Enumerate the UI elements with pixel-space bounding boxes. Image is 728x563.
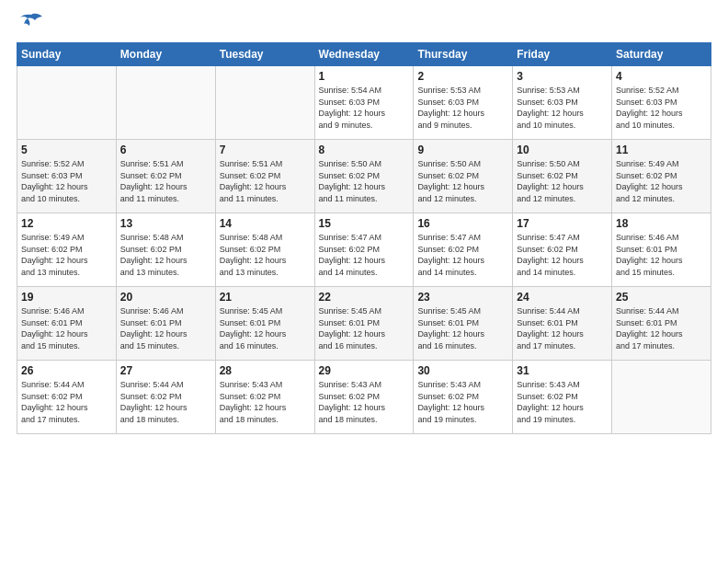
weekday-header-sunday: Sunday — [17, 43, 117, 66]
day-info: Sunrise: 5:53 AM Sunset: 6:03 PM Dayligh… — [417, 85, 508, 131]
calendar-cell: 12Sunrise: 5:49 AM Sunset: 6:02 PM Dayli… — [17, 213, 117, 287]
day-info: Sunrise: 5:48 AM Sunset: 6:02 PM Dayligh… — [220, 232, 311, 278]
calendar-cell: 25Sunrise: 5:44 AM Sunset: 6:01 PM Dayli… — [612, 287, 711, 361]
day-info: Sunrise: 5:47 AM Sunset: 6:02 PM Dayligh… — [319, 232, 410, 278]
day-info: Sunrise: 5:43 AM Sunset: 6:02 PM Dayligh… — [220, 379, 311, 425]
week-row-5: 26Sunrise: 5:44 AM Sunset: 6:02 PM Dayli… — [17, 361, 711, 434]
day-info: Sunrise: 5:52 AM Sunset: 6:03 PM Dayligh… — [21, 158, 112, 204]
calendar-cell: 5Sunrise: 5:52 AM Sunset: 6:03 PM Daylig… — [17, 140, 117, 213]
day-number: 1 — [319, 70, 410, 83]
day-number: 18 — [616, 217, 707, 230]
day-info: Sunrise: 5:54 AM Sunset: 6:03 PM Dayligh… — [319, 85, 410, 131]
calendar-cell — [215, 66, 314, 140]
week-row-3: 12Sunrise: 5:49 AM Sunset: 6:02 PM Dayli… — [17, 213, 711, 287]
day-number: 20 — [120, 291, 211, 304]
weekday-header-thursday: Thursday — [414, 43, 513, 66]
calendar-cell: 16Sunrise: 5:47 AM Sunset: 6:02 PM Dayli… — [414, 213, 513, 287]
calendar-cell: 29Sunrise: 5:43 AM Sunset: 6:02 PM Dayli… — [314, 361, 414, 434]
day-info: Sunrise: 5:50 AM Sunset: 6:02 PM Dayligh… — [417, 158, 508, 204]
day-info: Sunrise: 5:47 AM Sunset: 6:02 PM Dayligh… — [517, 232, 608, 278]
calendar-cell: 11Sunrise: 5:49 AM Sunset: 6:02 PM Dayli… — [612, 140, 711, 213]
calendar-cell: 23Sunrise: 5:45 AM Sunset: 6:01 PM Dayli… — [414, 287, 513, 361]
calendar-cell: 18Sunrise: 5:46 AM Sunset: 6:01 PM Dayli… — [612, 213, 711, 287]
day-info: Sunrise: 5:43 AM Sunset: 6:02 PM Dayligh… — [517, 379, 608, 425]
day-number: 19 — [21, 291, 112, 304]
calendar-cell: 6Sunrise: 5:51 AM Sunset: 6:02 PM Daylig… — [116, 140, 215, 213]
calendar-page: SundayMondayTuesdayWednesdayThursdayFrid… — [0, 0, 728, 563]
calendar-cell: 24Sunrise: 5:44 AM Sunset: 6:01 PM Dayli… — [513, 287, 612, 361]
calendar-cell: 9Sunrise: 5:50 AM Sunset: 6:02 PM Daylig… — [414, 140, 513, 213]
weekday-header-saturday: Saturday — [612, 43, 711, 66]
day-number: 25 — [616, 291, 707, 304]
day-number: 26 — [21, 364, 112, 377]
day-number: 27 — [120, 364, 211, 377]
calendar-cell — [116, 66, 215, 140]
day-info: Sunrise: 5:51 AM Sunset: 6:02 PM Dayligh… — [120, 158, 211, 204]
day-number: 10 — [517, 144, 608, 156]
day-number: 31 — [517, 364, 608, 377]
day-info: Sunrise: 5:51 AM Sunset: 6:02 PM Dayligh… — [220, 158, 311, 204]
day-info: Sunrise: 5:50 AM Sunset: 6:02 PM Dayligh… — [517, 158, 608, 204]
day-number: 30 — [417, 364, 508, 377]
calendar-cell: 30Sunrise: 5:43 AM Sunset: 6:02 PM Dayli… — [414, 361, 513, 434]
calendar-cell: 22Sunrise: 5:45 AM Sunset: 6:01 PM Dayli… — [314, 287, 414, 361]
logo — [17, 17, 44, 33]
day-info: Sunrise: 5:49 AM Sunset: 6:02 PM Dayligh… — [616, 158, 707, 204]
day-info: Sunrise: 5:46 AM Sunset: 6:01 PM Dayligh… — [616, 232, 707, 278]
calendar-cell: 2Sunrise: 5:53 AM Sunset: 6:03 PM Daylig… — [414, 66, 513, 140]
day-info: Sunrise: 5:44 AM Sunset: 6:01 PM Dayligh… — [517, 305, 608, 351]
calendar-cell: 19Sunrise: 5:46 AM Sunset: 6:01 PM Dayli… — [17, 287, 117, 361]
calendar-cell: 31Sunrise: 5:43 AM Sunset: 6:02 PM Dayli… — [513, 361, 612, 434]
calendar-cell — [612, 361, 711, 434]
day-number: 2 — [417, 70, 508, 83]
day-number: 5 — [21, 144, 112, 156]
weekday-header-wednesday: Wednesday — [314, 43, 414, 66]
calendar-cell: 28Sunrise: 5:43 AM Sunset: 6:02 PM Dayli… — [215, 361, 314, 434]
calendar-cell: 21Sunrise: 5:45 AM Sunset: 6:01 PM Dayli… — [215, 287, 314, 361]
day-number: 23 — [417, 291, 508, 304]
calendar-table: SundayMondayTuesdayWednesdayThursdayFrid… — [17, 42, 711, 434]
calendar-cell: 4Sunrise: 5:52 AM Sunset: 6:03 PM Daylig… — [612, 66, 711, 140]
day-number: 4 — [616, 70, 707, 83]
weekday-header-monday: Monday — [116, 43, 215, 66]
calendar-cell: 7Sunrise: 5:51 AM Sunset: 6:02 PM Daylig… — [215, 140, 314, 213]
calendar-cell: 17Sunrise: 5:47 AM Sunset: 6:02 PM Dayli… — [513, 213, 612, 287]
calendar-cell: 26Sunrise: 5:44 AM Sunset: 6:02 PM Dayli… — [17, 361, 117, 434]
day-number: 6 — [120, 144, 211, 156]
day-info: Sunrise: 5:46 AM Sunset: 6:01 PM Dayligh… — [21, 305, 112, 351]
week-row-2: 5Sunrise: 5:52 AM Sunset: 6:03 PM Daylig… — [17, 140, 711, 213]
day-number: 21 — [220, 291, 311, 304]
day-info: Sunrise: 5:50 AM Sunset: 6:02 PM Dayligh… — [319, 158, 410, 204]
day-info: Sunrise: 5:48 AM Sunset: 6:02 PM Dayligh… — [120, 232, 211, 278]
day-info: Sunrise: 5:43 AM Sunset: 6:02 PM Dayligh… — [417, 379, 508, 425]
day-info: Sunrise: 5:45 AM Sunset: 6:01 PM Dayligh… — [319, 305, 410, 351]
header — [17, 17, 711, 33]
day-number: 15 — [319, 217, 410, 230]
day-number: 3 — [517, 70, 608, 83]
day-info: Sunrise: 5:49 AM Sunset: 6:02 PM Dayligh… — [21, 232, 112, 278]
logo-bird-icon — [18, 13, 44, 33]
day-number: 29 — [319, 364, 410, 377]
day-number: 8 — [319, 144, 410, 156]
calendar-cell: 3Sunrise: 5:53 AM Sunset: 6:03 PM Daylig… — [513, 66, 612, 140]
day-info: Sunrise: 5:46 AM Sunset: 6:01 PM Dayligh… — [120, 305, 211, 351]
day-info: Sunrise: 5:43 AM Sunset: 6:02 PM Dayligh… — [319, 379, 410, 425]
day-info: Sunrise: 5:52 AM Sunset: 6:03 PM Dayligh… — [616, 85, 707, 131]
day-info: Sunrise: 5:45 AM Sunset: 6:01 PM Dayligh… — [417, 305, 508, 351]
day-number: 22 — [319, 291, 410, 304]
day-number: 16 — [417, 217, 508, 230]
week-row-4: 19Sunrise: 5:46 AM Sunset: 6:01 PM Dayli… — [17, 287, 711, 361]
day-number: 17 — [517, 217, 608, 230]
weekday-header-row: SundayMondayTuesdayWednesdayThursdayFrid… — [17, 43, 711, 66]
calendar-cell: 1Sunrise: 5:54 AM Sunset: 6:03 PM Daylig… — [314, 66, 414, 140]
calendar-cell: 8Sunrise: 5:50 AM Sunset: 6:02 PM Daylig… — [314, 140, 414, 213]
day-info: Sunrise: 5:53 AM Sunset: 6:03 PM Dayligh… — [517, 85, 608, 131]
day-number: 28 — [220, 364, 311, 377]
day-number: 24 — [517, 291, 608, 304]
day-number: 14 — [220, 217, 311, 230]
weekday-header-tuesday: Tuesday — [215, 43, 314, 66]
day-number: 9 — [417, 144, 508, 156]
calendar-cell: 15Sunrise: 5:47 AM Sunset: 6:02 PM Dayli… — [314, 213, 414, 287]
day-number: 12 — [21, 217, 112, 230]
day-number: 13 — [120, 217, 211, 230]
